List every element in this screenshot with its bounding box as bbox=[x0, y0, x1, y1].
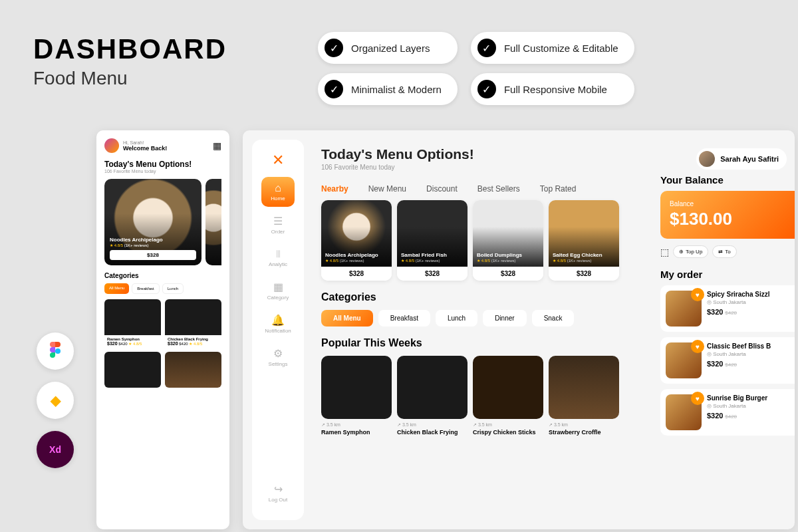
check-icon: ✓ bbox=[325, 80, 343, 98]
category-button[interactable]: All Menu bbox=[104, 283, 129, 294]
tab-nearby[interactable]: Nearby bbox=[321, 184, 348, 194]
categories-heading: Categories bbox=[104, 272, 221, 279]
avatar bbox=[699, 151, 715, 167]
hero-card[interactable]: Noodles Archipelago ★ 4.8/5 (1K+ reviews… bbox=[104, 179, 201, 265]
price-button[interactable]: $328 bbox=[110, 250, 196, 260]
grid-card[interactable] bbox=[165, 352, 221, 388]
tab-best-sellers[interactable]: Best Sellers bbox=[477, 184, 520, 194]
balance-card: Balance $130.00 bbox=[660, 191, 795, 239]
desktop-preview: ✕ ⌂Home ☰Order ⫴Analytic ▦Category 🔔Noti… bbox=[243, 130, 795, 529]
tab-top-rated[interactable]: Top Rated bbox=[540, 184, 577, 194]
popular-card[interactable]: ↗ 3.5 kmRamen Symphon bbox=[321, 356, 392, 436]
analytic-icon: ⫴ bbox=[276, 248, 281, 260]
figma-icon bbox=[37, 332, 74, 370]
category-button[interactable]: Breakfast bbox=[132, 283, 159, 294]
heart-icon[interactable]: ♥ bbox=[691, 340, 704, 353]
nav-analytic[interactable]: ⫴Analytic bbox=[261, 243, 295, 273]
menu-card[interactable]: Noodles Archipelago★ 4.8/5 (1K+ reviews)… bbox=[321, 200, 392, 281]
menu-card[interactable]: Salted Egg Chicken★ 4.8/5 (1K+ reviews)$… bbox=[549, 200, 619, 281]
user-name: Sarah Ayu Safitri bbox=[720, 155, 779, 163]
feature-pill: ✓Minimalist & Modern bbox=[318, 73, 458, 105]
page-subtitle: 106 Favorite Menu today bbox=[321, 164, 474, 171]
feature-pill: ✓Full Customize & Editable bbox=[471, 32, 634, 64]
feature-pill: ✓Full Responsive Mobile bbox=[471, 73, 634, 105]
popular-card[interactable]: ↗ 3.5 kmCrispy Chicken Sticks bbox=[473, 356, 543, 436]
transfer-button[interactable]: ⇄ To bbox=[712, 245, 736, 258]
popular-heading: Popular This Weeks bbox=[321, 337, 422, 349]
mobile-title: Today's Menu Options! bbox=[104, 160, 221, 169]
balance-amount: $130.00 bbox=[670, 209, 785, 229]
check-icon: ✓ bbox=[477, 80, 496, 98]
menu-card[interactable]: Boiled Dumplings★ 4.8/5 (1K+ reviews)$32… bbox=[473, 200, 543, 281]
grid-card[interactable] bbox=[104, 352, 161, 388]
greeting: Hi, Sarah! bbox=[123, 140, 167, 145]
qr-icon[interactable]: ▦ bbox=[213, 140, 221, 151]
heart-icon[interactable]: ♥ bbox=[691, 288, 704, 301]
balance-label: Balance bbox=[670, 200, 785, 207]
category-pill[interactable]: Dinner bbox=[483, 310, 526, 327]
bell-icon: 🔔 bbox=[271, 314, 285, 327]
categories-heading: Categories bbox=[321, 291, 376, 303]
logout-icon: ↪ bbox=[274, 483, 283, 495]
balance-heading: Your Balance bbox=[660, 174, 795, 186]
tab-new-menu[interactable]: New Menu bbox=[368, 184, 406, 194]
sidebar: ✕ ⌂Home ☰Order ⫴Analytic ▦Category 🔔Noti… bbox=[252, 140, 304, 520]
nav-home[interactable]: ⌂Home bbox=[261, 177, 295, 207]
nav-category[interactable]: ▦Category bbox=[261, 275, 295, 306]
check-icon: ✓ bbox=[477, 39, 496, 57]
logo-icon[interactable]: ✕ bbox=[272, 152, 284, 169]
avatar[interactable] bbox=[104, 138, 119, 153]
category-pill[interactable]: Lunch bbox=[436, 310, 477, 327]
mobile-subtitle: 106 Favorite Menu today bbox=[104, 169, 221, 174]
check-icon: ✓ bbox=[325, 39, 343, 57]
hero-card-partial[interactable] bbox=[205, 179, 221, 265]
hero-name: Noodles Archipelago bbox=[110, 237, 196, 243]
tab-discount[interactable]: Discount bbox=[426, 184, 458, 194]
feature-pill: ✓Organized Layers bbox=[318, 32, 458, 64]
gear-icon: ⚙ bbox=[273, 347, 283, 360]
category-icon: ▦ bbox=[273, 281, 283, 293]
hero-rating: ★ 4.8/5 (1K+ reviews) bbox=[110, 243, 196, 247]
nav-settings[interactable]: ⚙Settings bbox=[261, 342, 295, 372]
grid-card[interactable]: Chicken Black Frying$320 $420 ★ 4.8/5 bbox=[165, 299, 221, 348]
home-icon: ⌂ bbox=[275, 182, 281, 194]
promo-title: DASHBOARD bbox=[33, 33, 227, 65]
category-pill[interactable]: Snack bbox=[532, 310, 575, 327]
order-card[interactable]: ♥Spicy Sriracha Sizzl◎ South Jakarta$320… bbox=[660, 285, 795, 332]
heart-icon[interactable]: ♥ bbox=[691, 392, 704, 405]
grid-card[interactable]: Ramen Symphon$320 $420 ★ 4.8/5 bbox=[104, 299, 161, 348]
order-card[interactable]: ♥Sunrise Big Burger◎ South Jakarta$320 $… bbox=[660, 389, 795, 436]
order-icon: ☰ bbox=[273, 215, 283, 227]
category-button[interactable]: Lunch bbox=[162, 283, 184, 294]
user-chip[interactable]: Sarah Ayu Safitri bbox=[696, 148, 787, 170]
sketch-icon: ◆ bbox=[37, 382, 74, 419]
popular-card[interactable]: ↗ 3.5 kmChicken Black Frying bbox=[397, 356, 467, 436]
nav-order[interactable]: ☰Order bbox=[261, 209, 295, 240]
nav-notification[interactable]: 🔔Notification bbox=[261, 309, 295, 339]
page-title: Today's Menu Options! bbox=[321, 146, 474, 162]
order-card[interactable]: ♥Classic Beef Bliss B◎ South Jakarta$320… bbox=[660, 337, 795, 384]
promo-subtitle: Food Menu bbox=[33, 68, 227, 89]
welcome-text: Welcome Back! bbox=[123, 145, 167, 152]
category-pill[interactable]: All Menu bbox=[321, 310, 373, 327]
xd-icon: Xd bbox=[37, 431, 74, 468]
nav-logout[interactable]: ↪Log Out bbox=[261, 477, 295, 508]
my-order-heading: My order bbox=[660, 269, 795, 280]
barcode-icon[interactable]: ⬚ bbox=[660, 247, 669, 257]
category-pill[interactable]: Breakfast bbox=[378, 310, 430, 327]
mobile-preview: Hi, Sarah! Welcome Back! ▦ Today's Menu … bbox=[96, 130, 229, 529]
svg-point-0 bbox=[55, 348, 61, 354]
topup-button[interactable]: ⊕ Top Up bbox=[673, 245, 708, 258]
popular-card[interactable]: ↗ 3.5 kmStrawberry Croffle bbox=[549, 356, 619, 436]
menu-card[interactable]: Sambal Fried Fish★ 4.8/5 (1K+ reviews)$3… bbox=[397, 200, 467, 281]
